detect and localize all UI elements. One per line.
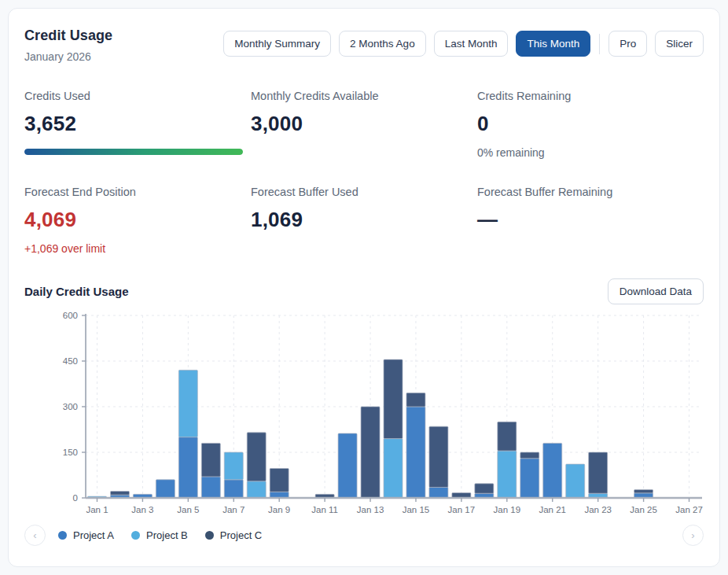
tab-slicer[interactable]: Slicer [655,31,704,57]
chart-legend: Project A Project B Project C [58,529,682,541]
legend-next-button[interactable]: › [682,525,704,546]
bar-segment-jan-19-project-b[interactable] [498,451,517,498]
bar-segment-jan-16-project-a[interactable] [429,487,448,498]
bar-segment-jan-4-project-a[interactable] [156,480,175,498]
stat-subtext: 0% remaining [477,146,704,159]
stat-value: 3,652 [24,112,251,136]
x-axis-tick-label: Jan 27 [675,505,703,514]
bar-segment-jan-2-project-c[interactable] [110,491,129,495]
bar-segment-jan-16-project-c[interactable] [429,426,448,487]
y-axis-tick-label: 300 [63,402,78,411]
stat-subtext: +1,069 over limit [24,242,251,255]
credit-usage-card: Credit Usage January 2026 Monthly Summar… [8,8,720,567]
y-axis-tick-label: 600 [63,311,78,320]
download-data-button[interactable]: Download Data [608,278,704,304]
bar-segment-jan-8-project-b[interactable] [247,481,266,498]
legend-item-project-b[interactable]: Project B [131,529,188,541]
bar-segment-jan-12-project-a[interactable] [338,433,357,498]
y-axis-tick-label: 150 [63,448,78,457]
x-axis-tick-label: Jan 1 [86,505,108,514]
stat-label: Forecast Buffer Remaining [477,186,704,198]
x-axis-tick-label: Jan 21 [539,505,566,514]
bar-segment-jan-20-project-c[interactable] [520,452,539,459]
legend-item-project-a[interactable]: Project A [58,529,114,541]
bar-segment-jan-20-project-a[interactable] [520,459,539,498]
bar-segment-jan-15-project-c[interactable] [406,393,425,407]
chart-title: Daily Credit Usage [24,285,129,298]
stat-label: Credits Used [24,90,251,102]
bar-segment-jan-14-project-b[interactable] [384,439,403,498]
y-axis-tick-label: 0 [73,493,78,503]
bar-segment-jan-6-project-c[interactable] [201,443,220,477]
daily-usage-chart: 0150300450600Jan 1Jan 3Jan 5Jan 7Jan 9Ja… [24,309,704,518]
credits-progress-bar [24,149,243,155]
x-axis-tick-label: Jan 17 [448,505,476,514]
bar-segment-jan-14-project-c[interactable] [384,359,403,439]
card-header: Credit Usage January 2026 Monthly Summar… [24,28,704,63]
chevron-right-icon: › [691,529,694,541]
bar-segment-jan-21-project-a[interactable] [543,443,562,498]
tab-monthly-summary[interactable]: Monthly Summary [223,31,331,57]
x-axis-tick-label: Jan 7 [222,505,245,514]
x-axis-tick-label: Jan 13 [357,505,384,514]
stats-row-2: Forecast End Position 4,069 +1,069 over … [24,186,704,255]
bar-segment-jan-7-project-a[interactable] [224,480,243,498]
stat-forecast-end-position: Forecast End Position 4,069 +1,069 over … [24,186,251,255]
legend-label: Project A [73,529,114,541]
chart-header: Daily Credit Usage Download Data [24,278,704,304]
stat-label: Forecast Buffer Used [251,186,477,198]
tab-this-month[interactable]: This Month [516,31,590,57]
tab-pro[interactable]: Pro [609,31,647,57]
stat-label: Forecast End Position [24,186,251,198]
y-axis-tick-label: 450 [63,356,78,366]
bar-segment-jan-18-project-c[interactable] [475,484,494,493]
bar-segment-jan-5-project-a[interactable] [178,437,197,498]
x-axis-tick-label: Jan 15 [403,505,430,514]
stacked-bar-chart: 0150300450600Jan 1Jan 3Jan 5Jan 7Jan 9Ja… [24,309,705,515]
legend-prev-button[interactable]: ‹ [24,525,46,546]
legend-dot-icon [131,531,140,540]
stat-value: 1,069 [251,208,477,232]
x-axis-tick-label: Jan 23 [584,505,612,514]
tab-last-month[interactable]: Last Month [434,31,509,57]
legend-label: Project C [220,529,262,541]
tab-2-months-ago[interactable]: 2 Months Ago [339,31,426,57]
bar-segment-jan-25-project-c[interactable] [634,490,653,493]
bar-segment-jan-23-project-c[interactable] [589,452,608,493]
stat-forecast-buffer-used: Forecast Buffer Used 1,069 [251,186,477,255]
bar-segment-jan-19-project-c[interactable] [498,422,517,451]
stat-credits-remaining: Credits Remaining 0 0% remaining [477,90,704,159]
legend-item-project-c[interactable]: Project C [205,529,262,541]
stat-label: Monthly Credits Available [251,90,477,102]
x-axis-tick-label: Jan 11 [311,505,338,514]
header-text: Credit Usage January 2026 [24,28,112,63]
stat-forecast-buffer-remaining: Forecast Buffer Remaining — [477,186,704,255]
stats-row-1: Credits Used 3,652 Monthly Credits Avail… [24,90,704,159]
stat-value: — [477,208,704,232]
stat-value: 4,069 [24,208,251,232]
x-axis-tick-label: Jan 19 [494,505,521,514]
bar-segment-jan-9-project-c[interactable] [270,468,289,492]
bar-segment-jan-6-project-a[interactable] [201,477,220,498]
x-axis-tick-label: Jan 9 [268,505,290,514]
bar-segment-jan-13-project-c[interactable] [361,407,380,498]
stat-monthly-credits-available: Monthly Credits Available 3,000 [251,90,477,159]
period-tabs: Monthly Summary 2 Months Ago Last Month … [223,31,704,57]
x-axis-tick-label: Jan 5 [177,505,199,514]
legend-dot-icon [58,531,67,540]
stat-value: 0 [477,112,704,136]
bar-segment-jan-5-project-b[interactable] [178,370,197,437]
bar-segment-jan-15-project-a[interactable] [406,407,425,498]
bar-segment-jan-8-project-c[interactable] [247,433,266,481]
page-title: Credit Usage [24,28,112,44]
tab-divider [599,34,600,54]
stat-value: 3,000 [251,112,477,136]
bar-segment-jan-7-project-b[interactable] [224,452,243,480]
legend-dot-icon [205,531,214,540]
stat-credits-used: Credits Used 3,652 [24,90,251,159]
stat-label: Credits Remaining [477,90,704,102]
chevron-left-icon: ‹ [33,529,36,541]
bar-segment-jan-22-project-b[interactable] [566,464,585,498]
x-axis-tick-label: Jan 3 [131,505,153,514]
credits-progress-fill [24,149,243,155]
